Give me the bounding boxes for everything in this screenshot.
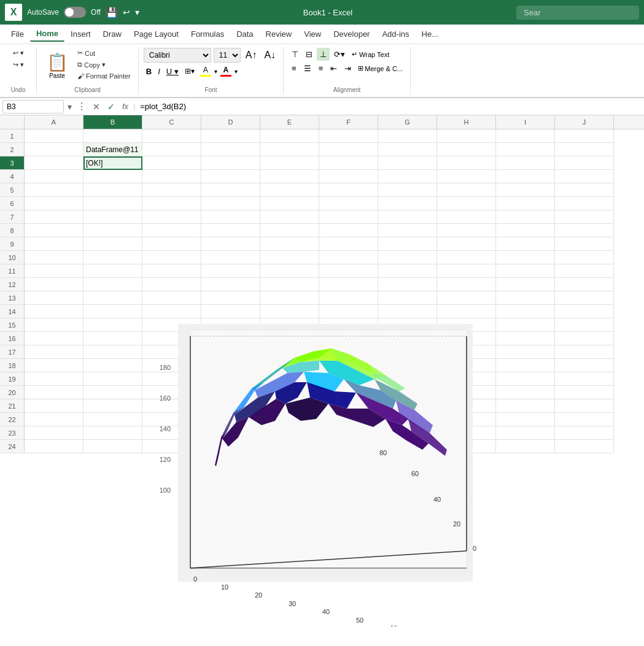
row-header-13[interactable]: 13	[0, 291, 25, 305]
cell-i1[interactable]	[496, 129, 555, 143]
col-header-d[interactable]: D	[201, 115, 260, 129]
merge-cells-button[interactable]: ⊞ Merge & C...	[355, 63, 405, 74]
bold-button[interactable]: B	[144, 66, 154, 77]
cell-g3[interactable]	[378, 156, 437, 170]
formula-bar-options-icon[interactable]: ⋮	[76, 101, 88, 112]
fill-color-dropdown-icon[interactable]: ▾	[214, 68, 217, 75]
cell-i2[interactable]	[496, 143, 555, 156]
col-header-j[interactable]: J	[555, 115, 614, 129]
cell-e4[interactable]	[260, 170, 319, 183]
undo-quick-icon[interactable]: ↩	[123, 7, 130, 17]
cell-d2[interactable]	[201, 143, 260, 156]
align-middle-button[interactable]: ⊟	[303, 48, 316, 61]
cell-d4[interactable]	[201, 170, 260, 183]
cell-i4[interactable]	[496, 170, 555, 183]
cell-a4[interactable]	[25, 170, 83, 183]
cell-f1[interactable]	[319, 129, 378, 143]
menu-review[interactable]: Review	[260, 27, 298, 41]
align-center-button[interactable]: ☰	[301, 62, 314, 75]
autosave-toggle[interactable]	[64, 7, 86, 18]
fill-color-button[interactable]: A	[198, 64, 213, 79]
menu-insert[interactable]: Insert	[64, 27, 97, 41]
underline-button[interactable]: U ▾	[164, 66, 181, 77]
cell-j1[interactable]	[555, 129, 614, 143]
cell-j3[interactable]	[555, 156, 614, 170]
cell-h1[interactable]	[437, 129, 496, 143]
align-bottom-button[interactable]: ⊥	[317, 48, 330, 61]
text-orient-button[interactable]: ⟳▾	[331, 48, 348, 61]
row-header-9[interactable]: 9	[0, 237, 25, 251]
wrap-text-button[interactable]: ↵ Wrap Text	[349, 49, 392, 60]
redo-button[interactable]: ↪▾	[10, 60, 26, 70]
cell-j4[interactable]	[555, 170, 614, 183]
col-header-a[interactable]: A	[25, 115, 83, 129]
increase-font-size-button[interactable]: A↑	[243, 48, 260, 62]
row-header-11[interactable]: 11	[0, 264, 25, 278]
paste-button[interactable]: 📋 Paste	[42, 48, 72, 83]
cell-j2[interactable]	[555, 143, 614, 156]
menu-addins[interactable]: Add-ins	[376, 27, 415, 41]
italic-button[interactable]: I	[155, 66, 163, 77]
row-header-15[interactable]: 15	[0, 318, 25, 332]
formula-input[interactable]	[138, 101, 642, 112]
decrease-font-size-button[interactable]: A↓	[262, 48, 278, 62]
customize-icon[interactable]: ▾	[135, 7, 139, 17]
menu-formulas[interactable]: Formulas	[185, 27, 230, 41]
copy-button[interactable]: ⧉ Copy ▾	[75, 60, 133, 70]
increase-indent-button[interactable]: ⇥	[341, 62, 354, 75]
formula-confirm-icon[interactable]: ✓	[105, 102, 117, 112]
menu-data[interactable]: Data	[230, 27, 259, 41]
cell-b2[interactable]: DataFrame@11	[83, 143, 142, 156]
font-color-dropdown-icon[interactable]: ▾	[235, 68, 238, 75]
chart-container[interactable]: 180 160 140 120 100	[141, 318, 497, 626]
cell-f4[interactable]	[319, 170, 378, 183]
cell-a2[interactable]	[25, 143, 83, 156]
cell-g4[interactable]	[378, 170, 437, 183]
row-header-16[interactable]: 16	[0, 332, 25, 345]
cell-c2[interactable]	[142, 143, 201, 156]
borders-button[interactable]: ⊞▾	[182, 66, 197, 77]
col-header-g[interactable]: G	[378, 115, 437, 129]
cell-g2[interactable]	[378, 143, 437, 156]
menu-page-layout[interactable]: Page Layout	[128, 27, 185, 41]
cell-c1[interactable]	[142, 129, 201, 143]
align-right-button[interactable]: ≡	[316, 62, 327, 75]
menu-draw[interactable]: Draw	[97, 27, 128, 41]
align-left-button[interactable]: ≡	[289, 62, 300, 75]
decrease-indent-button[interactable]: ⇤	[327, 62, 340, 75]
undo-button[interactable]: ↩▾	[10, 48, 26, 58]
col-header-f[interactable]: F	[319, 115, 378, 129]
row-header-7[interactable]: 7	[0, 210, 25, 224]
cell-c3[interactable]	[142, 156, 201, 170]
row-header-20[interactable]: 20	[0, 386, 25, 399]
row-header-4[interactable]: 4	[0, 170, 25, 183]
cut-button[interactable]: ✂ Cut	[75, 48, 133, 58]
menu-view[interactable]: View	[298, 27, 327, 41]
row-header-3[interactable]: 3	[0, 156, 25, 170]
menu-developer[interactable]: Developer	[327, 27, 376, 41]
cell-b3[interactable]: [OK!]	[83, 156, 142, 170]
row-header-18[interactable]: 18	[0, 359, 25, 372]
row-header-8[interactable]: 8	[0, 224, 25, 237]
cell-f3[interactable]	[319, 156, 378, 170]
cell-b4[interactable]	[83, 170, 142, 183]
cell-h3[interactable]	[437, 156, 496, 170]
row-header-1[interactable]: 1	[0, 129, 25, 143]
cell-c4[interactable]	[142, 170, 201, 183]
row-header-17[interactable]: 17	[0, 345, 25, 359]
col-header-i[interactable]: I	[496, 115, 555, 129]
col-header-b[interactable]: B	[83, 115, 142, 129]
row-header-12[interactable]: 12	[0, 278, 25, 291]
cell-e1[interactable]	[260, 129, 319, 143]
cell-e2[interactable]	[260, 143, 319, 156]
cell-a1[interactable]	[25, 129, 83, 143]
row-header-5[interactable]: 5	[0, 183, 25, 197]
cell-f2[interactable]	[319, 143, 378, 156]
formula-cancel-icon[interactable]: ✕	[90, 102, 103, 112]
cell-name-expand-icon[interactable]: ▾	[66, 102, 73, 112]
cell-d1[interactable]	[201, 129, 260, 143]
cell-d3[interactable]	[201, 156, 260, 170]
align-top-button[interactable]: ⊤	[289, 48, 301, 61]
cell-b1[interactable]	[83, 129, 142, 143]
save-icon[interactable]: 💾	[106, 7, 118, 18]
